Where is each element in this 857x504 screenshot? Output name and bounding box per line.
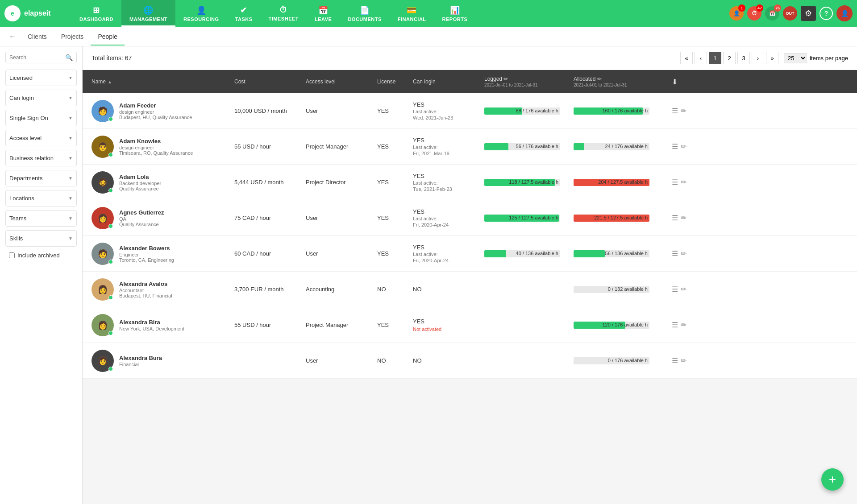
- status-dot: [108, 188, 113, 193]
- nav-leave-label: LEAVE: [315, 17, 332, 22]
- edit-button[interactable]: ✏: [681, 249, 686, 258]
- nav-documents[interactable]: 📄 DOCUMENTS: [340, 0, 389, 27]
- status-dot: [108, 224, 113, 228]
- nav-management-label: MANAGEMENT: [129, 17, 167, 22]
- person-name[interactable]: Adam Knowles: [119, 138, 193, 145]
- include-archived-toggle[interactable]: Include archived: [5, 250, 77, 260]
- person-name[interactable]: Alexandra Avalos: [119, 281, 172, 287]
- add-person-button[interactable]: +: [821, 468, 844, 491]
- allocated-label: 24 / 176 available h: [605, 144, 648, 149]
- page-first-button[interactable]: «: [680, 52, 693, 64]
- logged-cell: 56 / 176 available h: [484, 143, 574, 150]
- can-login-value: YES: [413, 101, 484, 108]
- view-button[interactable]: ☰: [672, 142, 678, 151]
- reports-icon: 📊: [450, 5, 460, 15]
- edit-button[interactable]: ✏: [681, 321, 686, 329]
- th-name[interactable]: Name ▲: [92, 78, 234, 85]
- nav-timesheet[interactable]: ⏱ TIMESHEET: [261, 0, 307, 27]
- filter-licensed[interactable]: Licensed ▼: [5, 70, 77, 86]
- nav-financial[interactable]: 💳 FINANCIAL: [390, 0, 434, 27]
- th-download[interactable]: ⬇: [672, 78, 699, 86]
- person-name[interactable]: Agnes Gutierrez: [119, 209, 164, 216]
- th-cost[interactable]: Cost: [234, 78, 306, 85]
- user-avatar[interactable]: 👤: [836, 5, 853, 21]
- filter-departments[interactable]: Departments ▼: [5, 170, 77, 186]
- pagination: « ‹ 1 2 3 › » 25 50 100 items per page: [680, 52, 848, 64]
- th-license[interactable]: License: [377, 78, 413, 85]
- filter-single-sign-on[interactable]: Single Sign On ▼: [5, 110, 77, 126]
- edit-button[interactable]: ✏: [681, 107, 686, 115]
- page-last-button[interactable]: »: [766, 52, 778, 64]
- subnav-people[interactable]: People: [91, 28, 125, 45]
- filter-skills[interactable]: Skills ▼: [5, 230, 77, 247]
- th-access-level[interactable]: Access level: [306, 78, 377, 85]
- search-icon[interactable]: 🔍: [65, 54, 73, 61]
- subnav-clients[interactable]: Clients: [21, 28, 54, 45]
- page-1-button[interactable]: 1: [709, 52, 721, 64]
- person-location: Timisoara, RO, Quality Assurance: [119, 150, 193, 156]
- th-can-login[interactable]: Can login: [413, 78, 484, 85]
- include-archived-checkbox[interactable]: [9, 252, 15, 258]
- filter-locations[interactable]: Locations ▼: [5, 190, 77, 207]
- th-can-login-label: Can login: [413, 78, 436, 85]
- time-badge[interactable]: ⏱47: [747, 6, 761, 21]
- edit-button[interactable]: ✏: [681, 178, 686, 186]
- timer-badge[interactable]: OUT: [783, 6, 797, 21]
- th-allocated[interactable]: Allocated ✏ 2021-Jul-01 to 2021-Jul-31: [574, 76, 672, 87]
- logged-label: 88 / 176 available h: [516, 108, 558, 113]
- calendar-badge[interactable]: 📅75: [765, 6, 779, 21]
- person-name[interactable]: Adam Feeder: [119, 102, 192, 109]
- nav-leave[interactable]: 📅 LEAVE: [307, 0, 340, 27]
- view-button[interactable]: ☰: [672, 214, 678, 222]
- view-button[interactable]: ☰: [672, 356, 678, 365]
- page-next-button[interactable]: ›: [752, 52, 764, 64]
- th-logged[interactable]: Logged ✏ 2021-Jul-01 to 2021-Jul-31: [484, 76, 574, 87]
- person-name[interactable]: Alexander Bowers: [119, 245, 174, 252]
- view-button[interactable]: ☰: [672, 321, 678, 329]
- nav-reports[interactable]: 📊 REPORTS: [434, 0, 476, 27]
- logo[interactable]: e elapseit: [4, 5, 62, 21]
- person-info: Adam Knowles design engineer Timisoara, …: [119, 138, 193, 156]
- nav-dashboard[interactable]: ⊞ DASHBOARD: [71, 0, 121, 27]
- search-box[interactable]: 🔍: [5, 52, 77, 63]
- nav-management[interactable]: 🌐 MANAGEMENT: [121, 0, 175, 27]
- view-button[interactable]: ☰: [672, 178, 678, 186]
- page-prev-button[interactable]: ‹: [695, 52, 707, 64]
- filter-business-relation[interactable]: Business relation ▼: [5, 150, 77, 166]
- subnav-projects[interactable]: Projects: [54, 28, 91, 45]
- download-icon[interactable]: ⬇: [672, 78, 678, 86]
- can-login-value: YES: [413, 173, 484, 179]
- person-name[interactable]: Adam Lola: [119, 174, 161, 180]
- edit-button[interactable]: ✏: [681, 142, 686, 151]
- search-input[interactable]: [9, 54, 65, 61]
- person-cell: 👨 Adam Knowles design engineer Timisoara…: [92, 131, 234, 162]
- items-per-page-select[interactable]: 25 50 100: [784, 53, 807, 63]
- person-name[interactable]: Alexandra Bura: [119, 355, 162, 361]
- settings-button[interactable]: ⚙: [801, 6, 816, 21]
- view-button[interactable]: ☰: [672, 285, 678, 293]
- filter-teams[interactable]: Teams ▼: [5, 210, 77, 227]
- edit-button[interactable]: ✏: [681, 214, 686, 222]
- person-location: Budapest, HU, Quality Assurance: [119, 115, 192, 120]
- nav-tasks[interactable]: ✔ TASKS: [227, 0, 261, 27]
- sort-icon: ▲: [108, 79, 112, 84]
- nav-documents-label: DOCUMENTS: [348, 17, 381, 22]
- view-button[interactable]: ☰: [672, 107, 678, 115]
- cost-cell: 55 USD / hour: [234, 143, 306, 150]
- filter-access-level[interactable]: Access level ▼: [5, 130, 77, 146]
- view-button[interactable]: ☰: [672, 249, 678, 258]
- back-button[interactable]: ←: [9, 33, 16, 41]
- filter-can-login[interactable]: Can login ▼: [5, 90, 77, 106]
- page-3-button[interactable]: 3: [737, 52, 750, 64]
- help-button[interactable]: ?: [820, 7, 833, 20]
- page-2-button[interactable]: 2: [723, 52, 736, 64]
- nav-resourcing[interactable]: 👤 RESOURCING: [175, 0, 227, 27]
- nav-resourcing-label: RESOURCING: [183, 17, 219, 22]
- edit-button[interactable]: ✏: [681, 285, 686, 293]
- notification-badge[interactable]: 👤1: [729, 6, 744, 21]
- last-active-date: Tue, 2021-Feb-23: [413, 186, 484, 192]
- nav-timesheet-label: TIMESHEET: [269, 16, 299, 21]
- th-cost-label: Cost: [234, 78, 245, 85]
- person-name[interactable]: Alexandra Bira: [119, 319, 184, 326]
- edit-button[interactable]: ✏: [681, 356, 686, 365]
